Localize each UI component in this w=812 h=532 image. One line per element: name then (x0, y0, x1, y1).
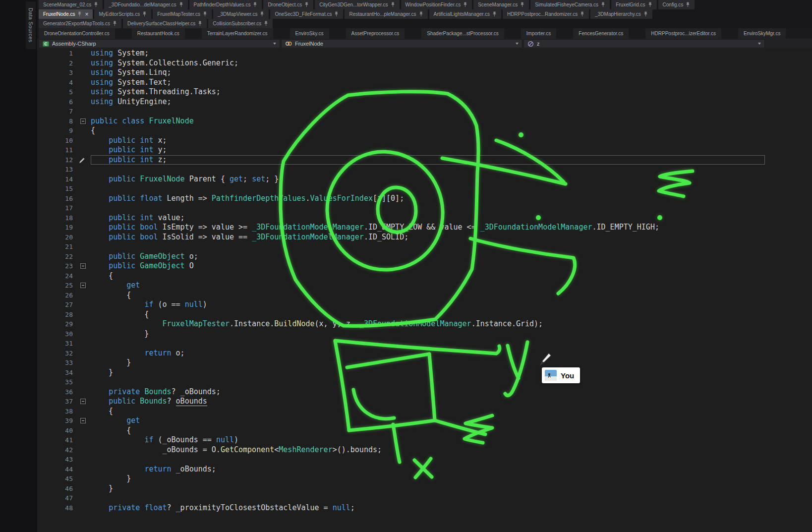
tab-droneobject-cs[interactable]: DroneObject.cs (263, 0, 313, 9)
fold-collapse-icon[interactable] (80, 418, 86, 423)
code-line-8[interactable]: 8public class FruxelNode (37, 117, 812, 126)
code-line-37[interactable]: 37 public Bounds? oBounds (37, 397, 812, 407)
code-line-23[interactable]: 23 public GameObject O (37, 261, 812, 271)
pin-icon[interactable] (643, 11, 648, 17)
pin-icon[interactable] (391, 2, 395, 7)
code-line-31[interactable]: 31 (37, 339, 812, 349)
tab-importer-cs[interactable]: Importer.cs (521, 28, 556, 39)
code-line-26[interactable]: 26 { (37, 291, 812, 300)
tab-fruxelnode-cs[interactable]: FruxelNode.cs× (39, 9, 93, 19)
tab-deliverysurfaceclasshelper-cs[interactable]: DeliverySurfaceClassHelper.cs (123, 19, 207, 28)
code-line-47[interactable]: 47 (37, 493, 812, 503)
tab-assetpreprocessor-cs[interactable]: AssetPreprocessor.cs (346, 28, 405, 39)
code-line-38[interactable]: 38 { (37, 407, 812, 416)
code-line-43[interactable]: 43 (37, 455, 812, 465)
pin-icon[interactable] (264, 21, 268, 26)
code-line-34[interactable]: 34 } (37, 368, 812, 378)
code-editor[interactable]: 1using System;2using System.Collections.… (37, 49, 812, 532)
code-line-46[interactable]: 46 } (37, 484, 812, 494)
tab-fencesgenerator-cs[interactable]: FencesGenerator.cs (573, 28, 629, 39)
code-line-2[interactable]: 2using System.Collections.Generic; (37, 59, 812, 68)
fold-collapse-icon[interactable] (80, 263, 86, 269)
tab-scenemanager-02-cs[interactable]: SceneManager_02.cs (39, 0, 103, 9)
tab-collisionsubscriber-cs[interactable]: CollisionSubscriber.cs (208, 19, 273, 28)
tab-3dmapviewer-cs[interactable]: _3DMapViewer.cs (213, 9, 269, 19)
code-line-12[interactable]: 12 public int z; (37, 155, 812, 165)
project-dropdown[interactable]: Assembly-CSharp (39, 39, 280, 48)
code-line-5[interactable]: 5using System.Threading.Tasks; (37, 87, 812, 97)
pin-icon[interactable] (686, 2, 690, 7)
pin-icon[interactable] (463, 2, 467, 7)
tab-onesec3d-fileformat-cs[interactable]: OneSec3D_FileFormat.cs (270, 9, 343, 19)
code-line-48[interactable]: 48 private float? _proximityToClosestObs… (37, 503, 812, 513)
code-line-36[interactable]: 36 private Bounds? _oBounds; (37, 387, 812, 397)
code-line-6[interactable]: 6using UnityEngine; (37, 97, 812, 107)
code-line-40[interactable]: 40 { (37, 426, 812, 436)
code-line-9[interactable]: 9{ (37, 126, 812, 136)
tab-scenemanager-cs[interactable]: SceneManager.cs (473, 0, 529, 9)
code-line-33[interactable]: 33 } (37, 358, 812, 368)
code-line-20[interactable]: 20 public bool IsSolid => value == _3DFo… (37, 233, 812, 242)
code-line-45[interactable]: 45 } (37, 474, 812, 484)
code-line-11[interactable]: 11 public int y; (37, 145, 812, 155)
tab-fruxelgrid-cs[interactable]: FruxelGrid.cs (611, 0, 656, 9)
pin-icon[interactable] (334, 11, 339, 17)
pin-icon[interactable] (304, 2, 309, 7)
data-sources-tab[interactable]: Data Sources (26, 1, 36, 49)
member-dropdown[interactable]: z (523, 39, 765, 48)
tab-envirosky-cs[interactable]: EnviroSky.cs (290, 28, 329, 39)
code-line-44[interactable]: 44 return _oBounds; (37, 465, 812, 474)
tab-droneorientationcontroller-cs[interactable]: DroneOrientationController.cs (39, 28, 115, 39)
type-dropdown[interactable]: FruxelNode (281, 39, 522, 48)
code-line-1[interactable]: 1using System; (37, 49, 812, 59)
pin-icon[interactable] (253, 2, 257, 7)
tab-hdrppostproc-randomizer-cs[interactable]: HDRPPostproc...Randomizer.cs (503, 9, 589, 19)
tab-pathfinderdepthvalues-cs[interactable]: PathfinderDepthValues.cs (189, 0, 262, 9)
tab-windowpositionfinder-cs[interactable]: WindowPositionFinder.cs (401, 0, 472, 9)
code-line-14[interactable]: 14 public FruxelNode Parent { get; set; … (37, 175, 812, 184)
pin-icon[interactable] (648, 2, 652, 7)
tab-citygen3dgen-torwrapper-cs[interactable]: CityGen3DGen...torWrapper.cs (315, 0, 399, 9)
pin-icon[interactable] (113, 21, 117, 26)
fold-collapse-icon[interactable] (80, 283, 86, 288)
code-line-17[interactable]: 17 (37, 203, 812, 213)
tab-shaderpackage-stprocessor-cs[interactable]: ShaderPackage...stProcessor.cs (421, 28, 504, 39)
tab-simulatedfisheyecamera-cs[interactable]: SimulatedFisheyeCamera.cs (530, 0, 610, 9)
tab-restauranthook-cs[interactable]: RestaurantHook.cs (132, 28, 185, 39)
tab-generator2exportmaptools-cs[interactable]: Generator2ExportMapTools.cs (39, 19, 121, 28)
code-line-39[interactable]: 39 get (37, 416, 812, 426)
pin-icon[interactable] (203, 11, 207, 17)
code-line-19[interactable]: 19 public bool IsEmpty => value >= _3DFo… (37, 223, 812, 233)
code-line-41[interactable]: 41 if (_oBounds == null) (37, 435, 812, 445)
tab-enviroskymgr-cs[interactable]: EnviroSkyMgr.cs (738, 28, 786, 39)
code-line-18[interactable]: 18 public int value; (37, 213, 812, 223)
pin-icon[interactable] (142, 11, 147, 17)
fold-collapse-icon[interactable] (80, 118, 86, 124)
close-icon[interactable]: × (85, 12, 88, 17)
pin-icon[interactable] (198, 21, 202, 26)
pin-icon[interactable] (520, 2, 524, 7)
code-line-7[interactable]: 7 (37, 107, 812, 117)
code-line-42[interactable]: 42 _oBounds = O.GetComponent<MeshRendere… (37, 445, 812, 455)
code-line-16[interactable]: 16 public float Length => PathfinderDept… (37, 194, 812, 204)
code-line-27[interactable]: 27 if (o == null) (37, 300, 812, 310)
pin-icon[interactable] (94, 2, 98, 7)
code-line-30[interactable]: 30 } (37, 329, 812, 339)
code-line-35[interactable]: 35 (37, 377, 812, 387)
tab-restaurantho-plemanager-cs[interactable]: RestaurantHo...pleManager.cs (345, 9, 427, 19)
pin-icon[interactable] (419, 11, 423, 17)
code-line-3[interactable]: 3using System.Linq; (37, 68, 812, 78)
tab-terrainlayerrandomizer-cs[interactable]: TerrainLayerRandomizer.cs (202, 28, 273, 39)
tab-3dmaphierarchy-cs[interactable]: _3DMapHierarchy.cs (590, 9, 652, 19)
code-line-29[interactable]: 29 FruxelMapTester.Instance.BuildNode(x,… (37, 319, 812, 329)
tab-config-cs[interactable]: Config.cs (658, 0, 695, 9)
code-line-25[interactable]: 25 get (37, 281, 812, 291)
tab-fruxelmaptester-cs[interactable]: FruxelMapTester.cs (153, 9, 212, 19)
code-line-4[interactable]: 4using System.Text; (37, 78, 812, 88)
code-line-13[interactable]: 13 (37, 165, 812, 175)
code-line-21[interactable]: 21 (37, 242, 812, 252)
tab-3dfoundatio-delmanager-cs[interactable]: _3DFoundatio...delManager.cs (104, 0, 187, 9)
tab-myeditorscripts-cs[interactable]: MyEditorScripts.cs (94, 9, 151, 19)
pin-icon[interactable] (260, 11, 264, 17)
code-line-10[interactable]: 10 public int x; (37, 136, 812, 146)
